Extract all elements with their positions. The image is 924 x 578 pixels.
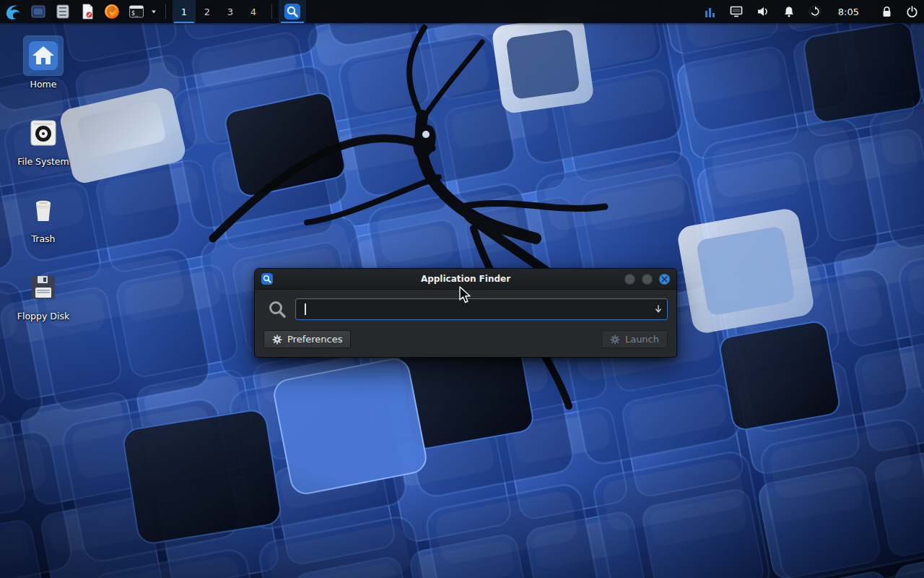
workspace-4[interactable]: 4 xyxy=(242,0,265,23)
cpu-graph-icon[interactable] xyxy=(705,5,716,18)
desktop-icon-label: Floppy Disk xyxy=(17,311,69,322)
taskbar-application-finder[interactable] xyxy=(279,0,306,23)
clock[interactable]: 8:05 xyxy=(838,7,859,17)
terminal-icon: $_ xyxy=(128,3,145,20)
window-icon xyxy=(261,273,273,285)
home-icon xyxy=(24,36,63,75)
kali-menu-button[interactable] xyxy=(3,1,25,22)
window-body: Preferences xyxy=(255,290,676,357)
desktop-icon-label: File System xyxy=(17,156,69,167)
window-title: Application Finder xyxy=(255,274,676,284)
desktop-icon-home[interactable]: Home xyxy=(9,36,78,107)
svg-text:$_: $_ xyxy=(131,10,139,17)
application-finder-icon xyxy=(284,4,300,20)
panel-separator xyxy=(165,4,166,19)
workspace-1[interactable]: 1 xyxy=(173,0,196,23)
text-editor-icon xyxy=(79,3,96,20)
search-input-wrap xyxy=(295,298,668,320)
titlebar[interactable]: Application Finder xyxy=(255,269,676,290)
file-manager-launcher[interactable] xyxy=(27,1,49,22)
kali-logo-icon xyxy=(4,2,23,21)
launch-button[interactable]: Launch xyxy=(601,330,668,348)
trash-icon xyxy=(24,191,63,230)
workspace-switcher: 1 2 3 4 xyxy=(173,0,265,23)
workspace-3[interactable]: 3 xyxy=(219,0,242,23)
action-row: Preferences xyxy=(263,330,668,348)
text-editor-launcher[interactable] xyxy=(77,1,98,22)
minimize-button[interactable] xyxy=(624,274,635,285)
history-dropdown-icon[interactable] xyxy=(654,304,663,314)
gear-icon xyxy=(272,335,282,345)
notifications-bell-icon[interactable] xyxy=(783,6,795,18)
workspace-2[interactable]: 2 xyxy=(196,0,219,23)
titlebar-buttons xyxy=(624,274,670,285)
display-icon[interactable] xyxy=(730,6,743,17)
file-cabinet-launcher[interactable] xyxy=(52,1,74,22)
updates-icon[interactable] xyxy=(808,5,821,18)
desktop: $_ 1 2 3 4 xyxy=(0,0,924,578)
top-panel: $_ 1 2 3 4 xyxy=(0,0,924,23)
desktop-icon-floppy-disk[interactable]: Floppy Disk xyxy=(9,268,78,339)
lock-icon[interactable] xyxy=(881,6,892,18)
desktop-icon-file-system[interactable]: File System xyxy=(9,113,78,184)
close-button[interactable] xyxy=(659,274,670,285)
preferences-button[interactable]: Preferences xyxy=(263,330,351,348)
preferences-label: Preferences xyxy=(287,334,342,345)
floppy-disk-icon xyxy=(24,268,63,307)
desktop-icon-label: Home xyxy=(30,79,57,90)
file-cabinet-icon xyxy=(54,3,71,20)
file-manager-icon xyxy=(30,3,47,20)
search-icon xyxy=(267,299,287,319)
panel-separator xyxy=(271,4,272,19)
terminal-launcher-arrow[interactable] xyxy=(149,1,159,22)
maximize-button[interactable] xyxy=(642,274,653,285)
desktop-icon-trash[interactable]: Trash xyxy=(9,191,78,262)
power-icon[interactable] xyxy=(906,6,918,18)
terminal-launcher[interactable]: $_ xyxy=(126,1,147,22)
close-icon xyxy=(661,276,668,282)
panel-left: $_ 1 2 3 4 xyxy=(1,0,306,23)
launch-label: Launch xyxy=(625,334,659,345)
launch-gear-icon xyxy=(610,335,620,345)
hard-drive-icon xyxy=(24,113,63,152)
search-row xyxy=(263,298,668,320)
desktop-icon-list: Home File System xyxy=(9,36,78,339)
chevron-down-icon xyxy=(150,8,157,15)
search-input[interactable] xyxy=(295,298,668,320)
firefox-icon xyxy=(103,3,121,20)
firefox-launcher[interactable] xyxy=(101,1,123,22)
panel-right: 8:05 xyxy=(705,0,918,23)
application-finder-window: Application Finder xyxy=(254,268,677,358)
desktop-icon-label: Trash xyxy=(31,233,55,244)
volume-icon[interactable] xyxy=(757,6,770,17)
